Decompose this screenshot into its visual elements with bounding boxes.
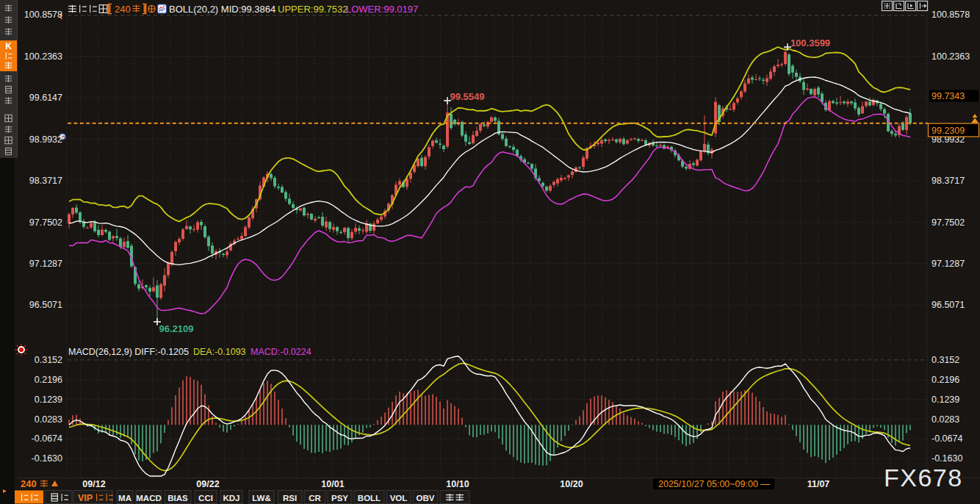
svg-text:10/10: 10/10 bbox=[446, 479, 469, 489]
svg-text:0.0283: 0.0283 bbox=[932, 414, 959, 425]
svg-text:-0.0674: -0.0674 bbox=[32, 433, 62, 444]
svg-text:97.1287: 97.1287 bbox=[932, 259, 965, 269]
svg-text:K: K bbox=[5, 41, 12, 51]
svg-text:100.2363: 100.2363 bbox=[24, 51, 62, 62]
svg-text:98.3717: 98.3717 bbox=[29, 176, 62, 186]
svg-text:96.5071: 96.5071 bbox=[932, 300, 965, 310]
svg-text:UPPER:99.7532: UPPER:99.7532 bbox=[278, 4, 347, 15]
svg-text:0.2196: 0.2196 bbox=[35, 375, 62, 385]
svg-text:98.9932: 98.9932 bbox=[29, 134, 62, 145]
svg-text:MACD:-0.0224: MACD:-0.0224 bbox=[251, 347, 311, 357]
svg-text:09/12: 09/12 bbox=[82, 479, 105, 489]
svg-text:PSY: PSY bbox=[331, 494, 348, 503]
svg-text:97.1287: 97.1287 bbox=[29, 259, 62, 269]
svg-text:100.8578: 100.8578 bbox=[24, 10, 62, 20]
svg-text:CCI: CCI bbox=[198, 494, 213, 503]
svg-text:MACD(26,12,9) DIFF:-0.1205: MACD(26,12,9) DIFF:-0.1205 bbox=[68, 347, 189, 357]
svg-text:-0.1630: -0.1630 bbox=[32, 453, 62, 464]
svg-text:100.8578: 100.8578 bbox=[932, 10, 970, 20]
svg-text:MA: MA bbox=[118, 494, 131, 503]
svg-text:99.6147: 99.6147 bbox=[29, 93, 62, 103]
svg-text:99.5549: 99.5549 bbox=[450, 91, 485, 102]
svg-text:100.2363: 100.2363 bbox=[932, 51, 970, 62]
svg-text:0.3152: 0.3152 bbox=[35, 355, 62, 365]
svg-text:OBV: OBV bbox=[417, 494, 435, 503]
svg-text:240: 240 bbox=[115, 4, 131, 15]
svg-text:10/20: 10/20 bbox=[560, 479, 583, 489]
svg-text:98.3717: 98.3717 bbox=[932, 176, 965, 186]
svg-text:BOLL(20,2) MID:99.3864: BOLL(20,2) MID:99.3864 bbox=[169, 4, 275, 15]
svg-text:0.1239: 0.1239 bbox=[35, 395, 62, 405]
svg-text:99.7343: 99.7343 bbox=[932, 91, 965, 101]
svg-text:2025/10/27 05:00~09:00 —: 2025/10/27 05:00~09:00 — bbox=[658, 479, 770, 489]
svg-text:DEA:-0.1093: DEA:-0.1093 bbox=[193, 347, 246, 357]
svg-text:0.3152: 0.3152 bbox=[932, 355, 959, 365]
svg-text:99.2309: 99.2309 bbox=[932, 126, 965, 136]
svg-text:VOL: VOL bbox=[390, 494, 408, 503]
svg-text:09/22: 09/22 bbox=[196, 479, 219, 489]
svg-text:100.3599: 100.3599 bbox=[790, 37, 830, 48]
svg-text:11/07: 11/07 bbox=[807, 479, 830, 489]
svg-text:240: 240 bbox=[21, 478, 37, 489]
svg-text:RSI: RSI bbox=[283, 494, 297, 503]
svg-text:96.2109: 96.2109 bbox=[159, 323, 194, 334]
svg-text:VIP: VIP bbox=[78, 493, 93, 503]
svg-text:KDJ: KDJ bbox=[223, 494, 239, 503]
svg-text:96.5071: 96.5071 bbox=[29, 300, 62, 310]
svg-text:BIAS: BIAS bbox=[167, 494, 188, 503]
svg-text:CR: CR bbox=[309, 494, 321, 503]
svg-text:0.2196: 0.2196 bbox=[932, 375, 959, 385]
svg-text:-0.1630: -0.1630 bbox=[932, 453, 962, 464]
svg-text:0.0283: 0.0283 bbox=[35, 414, 62, 425]
svg-text:-0.0674: -0.0674 bbox=[932, 433, 962, 444]
svg-text:FX678: FX678 bbox=[884, 464, 963, 492]
svg-text:97.7502: 97.7502 bbox=[932, 217, 965, 228]
svg-text:97.7502: 97.7502 bbox=[29, 217, 62, 228]
svg-text:0.1239: 0.1239 bbox=[932, 395, 959, 405]
svg-text:BOLL: BOLL bbox=[358, 494, 381, 503]
svg-text:LW&: LW& bbox=[252, 494, 271, 503]
svg-text:10/01: 10/01 bbox=[321, 479, 344, 489]
svg-text:LOWER:99.0197: LOWER:99.0197 bbox=[346, 4, 418, 15]
svg-text:MACD: MACD bbox=[136, 494, 162, 503]
